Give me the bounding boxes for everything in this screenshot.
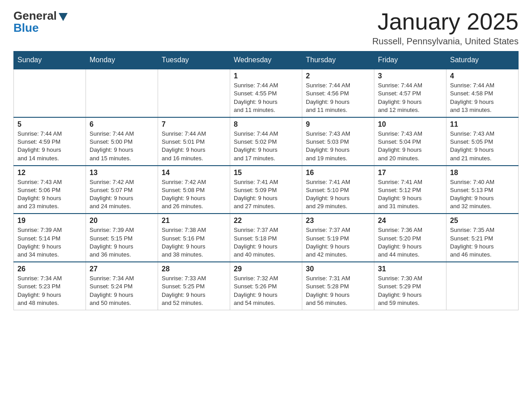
day-info: Sunrise: 7:31 AM Sunset: 5:28 PM Dayligh… [306, 274, 370, 307]
logo-blue-text: Blue [13, 21, 39, 35]
day-number: 3 [378, 72, 442, 80]
day-info: Sunrise: 7:44 AM Sunset: 4:55 PM Dayligh… [234, 81, 298, 114]
calendar-cell: 30Sunrise: 7:31 AM Sunset: 5:28 PM Dayli… [302, 262, 374, 310]
calendar-cell: 17Sunrise: 7:41 AM Sunset: 5:12 PM Dayli… [374, 166, 446, 214]
calendar-cell: 28Sunrise: 7:33 AM Sunset: 5:25 PM Dayli… [158, 262, 230, 310]
calendar-week-row: 26Sunrise: 7:34 AM Sunset: 5:23 PM Dayli… [14, 262, 519, 310]
calendar-cell: 24Sunrise: 7:36 AM Sunset: 5:20 PM Dayli… [374, 214, 446, 262]
day-number: 21 [162, 217, 226, 225]
calendar-week-row: 5Sunrise: 7:44 AM Sunset: 4:59 PM Daylig… [14, 117, 519, 166]
calendar-cell: 9Sunrise: 7:43 AM Sunset: 5:03 PM Daylig… [302, 117, 374, 166]
day-info: Sunrise: 7:34 AM Sunset: 5:24 PM Dayligh… [90, 274, 154, 307]
calendar-week-row: 1Sunrise: 7:44 AM Sunset: 4:55 PM Daylig… [14, 69, 519, 117]
logo-arrow-icon [59, 13, 68, 21]
day-info: Sunrise: 7:41 AM Sunset: 5:09 PM Dayligh… [234, 178, 298, 211]
header-saturday: Saturday [446, 51, 519, 69]
day-number: 27 [90, 265, 154, 273]
calendar-cell [14, 69, 86, 117]
header-thursday: Thursday [302, 51, 374, 69]
calendar-cell: 16Sunrise: 7:41 AM Sunset: 5:10 PM Dayli… [302, 166, 374, 214]
header-monday: Monday [86, 51, 158, 69]
calendar-subtitle: Russell, Pennsylvania, United States [372, 36, 519, 47]
day-info: Sunrise: 7:37 AM Sunset: 5:19 PM Dayligh… [306, 226, 370, 259]
day-info: Sunrise: 7:40 AM Sunset: 5:13 PM Dayligh… [450, 178, 515, 211]
calendar-header-row: SundayMondayTuesdayWednesdayThursdayFrid… [14, 51, 519, 69]
day-number: 22 [234, 217, 298, 225]
day-info: Sunrise: 7:44 AM Sunset: 4:57 PM Dayligh… [378, 81, 442, 114]
calendar-cell: 29Sunrise: 7:32 AM Sunset: 5:26 PM Dayli… [230, 262, 302, 310]
day-info: Sunrise: 7:34 AM Sunset: 5:23 PM Dayligh… [17, 274, 82, 307]
day-info: Sunrise: 7:43 AM Sunset: 5:06 PM Dayligh… [17, 178, 82, 211]
day-info: Sunrise: 7:41 AM Sunset: 5:10 PM Dayligh… [306, 178, 370, 211]
calendar-cell [86, 69, 158, 117]
day-info: Sunrise: 7:39 AM Sunset: 5:15 PM Dayligh… [90, 226, 154, 259]
day-number: 19 [17, 217, 82, 225]
day-number: 6 [90, 120, 154, 128]
day-number: 11 [450, 120, 515, 128]
day-number: 9 [306, 120, 370, 128]
day-number: 17 [378, 169, 442, 177]
calendar-week-row: 19Sunrise: 7:39 AM Sunset: 5:14 PM Dayli… [14, 214, 519, 262]
calendar-cell: 2Sunrise: 7:44 AM Sunset: 4:56 PM Daylig… [302, 69, 374, 117]
day-number: 16 [306, 169, 370, 177]
calendar-cell: 25Sunrise: 7:35 AM Sunset: 5:21 PM Dayli… [446, 214, 519, 262]
header-sunday: Sunday [14, 51, 86, 69]
day-info: Sunrise: 7:42 AM Sunset: 5:08 PM Dayligh… [162, 178, 226, 211]
day-info: Sunrise: 7:44 AM Sunset: 5:02 PM Dayligh… [234, 130, 298, 163]
calendar-cell [158, 69, 230, 117]
day-info: Sunrise: 7:37 AM Sunset: 5:18 PM Dayligh… [234, 226, 298, 259]
calendar-title: January 2025 [372, 9, 519, 34]
calendar-cell: 8Sunrise: 7:44 AM Sunset: 5:02 PM Daylig… [230, 117, 302, 166]
day-info: Sunrise: 7:38 AM Sunset: 5:16 PM Dayligh… [162, 226, 226, 259]
day-number: 13 [90, 169, 154, 177]
day-info: Sunrise: 7:44 AM Sunset: 4:59 PM Dayligh… [17, 130, 82, 163]
calendar-table: SundayMondayTuesdayWednesdayThursdayFrid… [13, 51, 519, 310]
calendar-cell: 27Sunrise: 7:34 AM Sunset: 5:24 PM Dayli… [86, 262, 158, 310]
day-number: 14 [162, 169, 226, 177]
day-info: Sunrise: 7:44 AM Sunset: 4:56 PM Dayligh… [306, 81, 370, 114]
calendar-cell: 3Sunrise: 7:44 AM Sunset: 4:57 PM Daylig… [374, 69, 446, 117]
header-wednesday: Wednesday [230, 51, 302, 69]
calendar-week-row: 12Sunrise: 7:43 AM Sunset: 5:06 PM Dayli… [14, 166, 519, 214]
day-number: 26 [17, 265, 82, 273]
calendar-cell: 22Sunrise: 7:37 AM Sunset: 5:18 PM Dayli… [230, 214, 302, 262]
day-number: 29 [234, 265, 298, 273]
calendar-cell: 23Sunrise: 7:37 AM Sunset: 5:19 PM Dayli… [302, 214, 374, 262]
day-number: 4 [450, 72, 515, 80]
calendar-cell: 19Sunrise: 7:39 AM Sunset: 5:14 PM Dayli… [14, 214, 86, 262]
day-info: Sunrise: 7:33 AM Sunset: 5:25 PM Dayligh… [162, 274, 226, 307]
calendar-cell: 21Sunrise: 7:38 AM Sunset: 5:16 PM Dayli… [158, 214, 230, 262]
day-number: 23 [306, 217, 370, 225]
day-number: 24 [378, 217, 442, 225]
day-number: 7 [162, 120, 226, 128]
calendar-cell: 11Sunrise: 7:43 AM Sunset: 5:05 PM Dayli… [446, 117, 519, 166]
calendar-cell: 4Sunrise: 7:44 AM Sunset: 4:58 PM Daylig… [446, 69, 519, 117]
calendar-cell: 5Sunrise: 7:44 AM Sunset: 4:59 PM Daylig… [14, 117, 86, 166]
title-block: January 2025 Russell, Pennsylvania, Unit… [372, 9, 519, 47]
day-number: 5 [17, 120, 82, 128]
day-info: Sunrise: 7:43 AM Sunset: 5:03 PM Dayligh… [306, 130, 370, 163]
calendar-cell: 20Sunrise: 7:39 AM Sunset: 5:15 PM Dayli… [86, 214, 158, 262]
day-info: Sunrise: 7:43 AM Sunset: 5:04 PM Dayligh… [378, 130, 442, 163]
day-info: Sunrise: 7:36 AM Sunset: 5:20 PM Dayligh… [378, 226, 442, 259]
calendar-cell: 18Sunrise: 7:40 AM Sunset: 5:13 PM Dayli… [446, 166, 519, 214]
day-info: Sunrise: 7:44 AM Sunset: 4:58 PM Dayligh… [450, 81, 515, 114]
day-number: 30 [306, 265, 370, 273]
calendar-cell [446, 262, 519, 310]
calendar-cell: 7Sunrise: 7:44 AM Sunset: 5:01 PM Daylig… [158, 117, 230, 166]
day-number: 12 [17, 169, 82, 177]
day-number: 15 [234, 169, 298, 177]
calendar-cell: 14Sunrise: 7:42 AM Sunset: 5:08 PM Dayli… [158, 166, 230, 214]
day-info: Sunrise: 7:41 AM Sunset: 5:12 PM Dayligh… [378, 178, 442, 211]
day-number: 25 [450, 217, 515, 225]
day-info: Sunrise: 7:30 AM Sunset: 5:29 PM Dayligh… [378, 274, 442, 307]
header-tuesday: Tuesday [158, 51, 230, 69]
day-info: Sunrise: 7:42 AM Sunset: 5:07 PM Dayligh… [90, 178, 154, 211]
page-header: General Blue January 2025 Russell, Penns… [13, 9, 519, 47]
calendar-cell: 26Sunrise: 7:34 AM Sunset: 5:23 PM Dayli… [14, 262, 86, 310]
day-info: Sunrise: 7:43 AM Sunset: 5:05 PM Dayligh… [450, 130, 515, 163]
day-info: Sunrise: 7:35 AM Sunset: 5:21 PM Dayligh… [450, 226, 515, 259]
day-info: Sunrise: 7:44 AM Sunset: 5:00 PM Dayligh… [90, 130, 154, 163]
calendar-cell: 13Sunrise: 7:42 AM Sunset: 5:07 PM Dayli… [86, 166, 158, 214]
day-number: 1 [234, 72, 298, 80]
